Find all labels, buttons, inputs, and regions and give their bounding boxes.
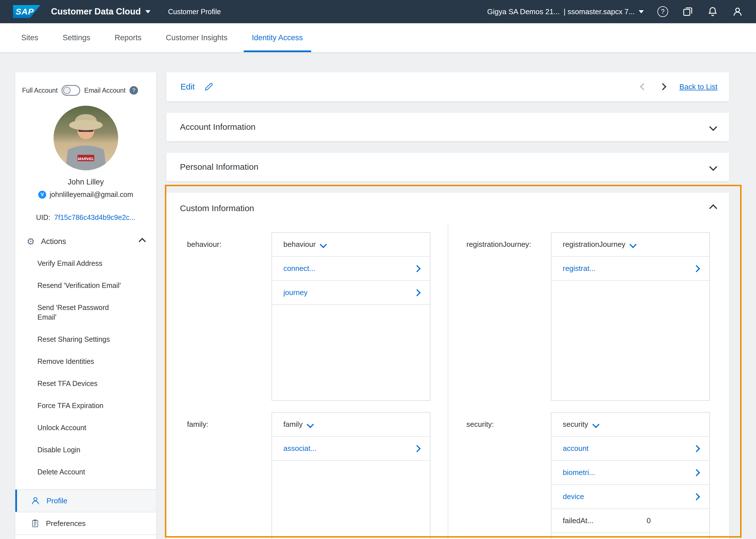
security-dropdown[interactable]: security	[552, 413, 709, 437]
chevron-up-icon[interactable]	[709, 204, 717, 212]
action-remove-identities[interactable]: Remove Identities	[38, 356, 156, 366]
actions-section-header[interactable]: ⚙ Actions	[15, 237, 156, 246]
help-icon: ?	[657, 6, 668, 17]
back-to-list-link[interactable]: Back to List	[679, 82, 718, 91]
security-item-biometric[interactable]: biometri...	[552, 461, 709, 485]
action-verify-email[interactable]: Verify Email Address	[38, 259, 156, 268]
previous-record-button[interactable]	[640, 83, 647, 90]
chevron-right-icon	[693, 469, 700, 476]
chevron-right-icon	[693, 265, 700, 272]
toggle-knob	[63, 87, 71, 94]
field-registration-journey: registrationJourney: registrationJourney…	[466, 232, 729, 401]
account-type-toggle-row: Full Account Email Account ?	[15, 84, 156, 97]
behaviour-item-connect[interactable]: connect...	[272, 257, 430, 281]
section-account-information[interactable]: Account Information	[166, 113, 729, 141]
chevron-down-icon[interactable]	[709, 163, 717, 171]
custom-information-header[interactable]: Custom Information	[166, 193, 729, 224]
registration-journey-item[interactable]: registrat...	[552, 257, 709, 281]
section-title: Personal Information	[180, 162, 259, 172]
tab-customer-insights[interactable]: Customer Insights	[154, 23, 240, 52]
help-button[interactable]: ?	[657, 6, 669, 18]
email-row: V johnlilleyemail@gmail.com	[15, 191, 156, 199]
tab-reports[interactable]: Reports	[103, 23, 154, 52]
field-label: family:	[187, 412, 271, 539]
section-personal-information[interactable]: Personal Information	[166, 153, 729, 181]
tab-settings[interactable]: Settings	[50, 23, 103, 52]
action-send-reset-password[interactable]: Send 'Reset Password Email'	[38, 303, 117, 322]
registration-journey-box: registrationJourney registrat...	[551, 232, 710, 401]
action-reset-sharing[interactable]: Reset Sharing Settings	[38, 335, 156, 344]
field-family: family: family associat...	[187, 412, 448, 539]
content-area: Full Account Email Account ?	[0, 52, 756, 539]
next-record-button[interactable]	[659, 83, 666, 90]
action-unlock-account[interactable]: Unlock Account	[38, 423, 156, 432]
field-label: behaviour:	[187, 232, 271, 401]
security-box: security account biometri...	[551, 412, 710, 539]
action-force-tfa-expiration[interactable]: Force TFA Expiration	[38, 401, 156, 410]
sap-logo-text: SAP	[16, 7, 34, 17]
user-menu-button[interactable]	[732, 6, 743, 18]
sidebar-item-profile[interactable]: Profile	[15, 490, 156, 512]
security-item-device[interactable]: device	[552, 485, 709, 509]
help-badge-icon[interactable]: ?	[129, 86, 138, 95]
tab-identity-access[interactable]: Identity Access	[240, 23, 315, 52]
actions-list: Verify Email Address Resend 'Verificatio…	[38, 259, 156, 477]
chevron-right-icon	[414, 265, 420, 272]
user-email: johnlilleyemail@gmail.com	[49, 191, 133, 199]
actions-title: Actions	[41, 237, 66, 246]
sidebar-nav: Profile Preferences Privacy	[15, 489, 156, 539]
person-icon	[31, 496, 40, 505]
sidebar-item-privacy[interactable]: Privacy	[15, 535, 156, 539]
email-account-label: Email Account	[84, 87, 125, 94]
tenant-name: Gigya SA Demos 21...	[487, 7, 560, 16]
security-item-failed-attempts: failedAt... 0	[552, 509, 709, 533]
clipboard-icon	[31, 519, 40, 528]
site-name: | ssomaster.sapcx 7...	[564, 7, 635, 16]
chevron-down-icon[interactable]	[709, 123, 717, 131]
sidebar-item-label: Profile	[46, 497, 67, 505]
field-security: security: security account	[466, 412, 729, 539]
uid-value-link[interactable]: 7f15c786c43d4b9c9e2c...	[54, 213, 135, 222]
sidebar-item-label: Preferences	[46, 519, 86, 528]
behaviour-item-journey[interactable]: journey	[272, 281, 430, 305]
tenant-selector[interactable]: Gigya SA Demos 21... | ssomaster.sapcx 7…	[487, 7, 644, 16]
notifications-button[interactable]	[707, 6, 718, 18]
user-name: John Lilley	[15, 178, 156, 187]
registration-journey-dropdown[interactable]: registrationJourney	[552, 233, 709, 257]
behaviour-dropdown[interactable]: behaviour	[272, 233, 430, 257]
action-delete-account[interactable]: Delete Account	[38, 467, 156, 477]
key-label: failedAt...	[563, 516, 646, 525]
family-item-associations[interactable]: associat...	[272, 437, 430, 461]
product-title: Customer Data Cloud	[51, 7, 141, 17]
chevron-down-icon	[639, 10, 644, 13]
windows-button[interactable]	[682, 6, 694, 18]
behaviour-box: behaviour connect... journey	[271, 232, 430, 401]
chevron-down-icon	[320, 241, 327, 248]
edit-button[interactable]: Edit	[181, 82, 214, 92]
security-item-account[interactable]: account	[552, 437, 709, 461]
pencil-icon	[204, 82, 214, 92]
action-resend-verification[interactable]: Resend 'Verification Email'	[38, 280, 156, 290]
custom-left-column: behaviour: behaviour connect...	[166, 224, 448, 539]
chevron-right-icon	[414, 289, 420, 296]
full-account-label: Full Account	[22, 87, 57, 94]
action-disable-login[interactable]: Disable Login	[38, 445, 156, 455]
account-type-toggle[interactable]	[61, 85, 80, 96]
page: SAP Customer Data Cloud Customer Profile…	[0, 0, 756, 539]
sidebar-item-preferences[interactable]: Preferences	[15, 512, 156, 535]
tab-sites[interactable]: Sites	[9, 23, 50, 52]
chevron-down-icon	[629, 241, 637, 248]
uid-row: UID: 7f15c786c43d4b9c9e2c...	[15, 213, 156, 222]
edit-label: Edit	[181, 82, 195, 92]
chevron-down-icon	[145, 10, 150, 13]
main-tabs: Sites Settings Reports Customer Insights…	[0, 23, 756, 52]
field-label: registrationJourney:	[466, 232, 551, 401]
family-dropdown[interactable]: family	[272, 413, 430, 437]
sap-logo: SAP	[13, 5, 40, 18]
action-reset-tfa[interactable]: Reset TFA Devices	[38, 379, 156, 388]
chevron-up-icon	[139, 238, 146, 245]
uid-label: UID:	[36, 213, 50, 222]
shell-bar: SAP Customer Data Cloud Customer Profile…	[0, 0, 756, 23]
product-switcher[interactable]: Customer Data Cloud	[51, 7, 150, 17]
chevron-right-icon	[693, 493, 700, 500]
